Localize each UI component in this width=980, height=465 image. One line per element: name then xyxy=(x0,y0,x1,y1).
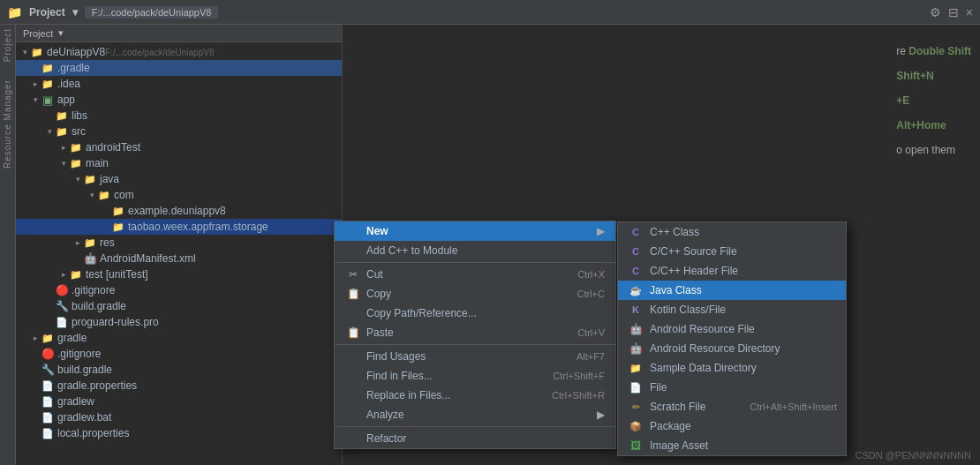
sub-label-sampledatadir: Sample Data Directory xyxy=(650,362,837,374)
tree-item-gradle-root[interactable]: ▸ 📁 gradle xyxy=(16,330,342,346)
label-example: example.deuniappv8 xyxy=(128,205,226,217)
shortcut-key-ctrle: +E xyxy=(896,94,909,107)
resource-side-label: Resource Manager xyxy=(3,79,12,169)
label-buildgradle-root: build.gradle xyxy=(57,364,112,376)
tree-item-res[interactable]: ▸ 📁 res xyxy=(16,235,342,251)
sub-item-scratchfile[interactable]: ✏ Scratch File Ctrl+Alt+Shift+Insert xyxy=(618,397,846,416)
icon-gradlewbat: 📄 xyxy=(41,410,55,424)
tree-container[interactable]: ▾ 📁 deUniappV8 F:/...code/pack/deUniappV… xyxy=(16,42,342,465)
label-gitignore-app: .gitignore xyxy=(72,284,115,296)
tree-item-manifest[interactable]: 🤖 AndroidManifest.xml xyxy=(16,251,342,266)
arrow-java: ▾ xyxy=(72,175,83,184)
tree-item-androidtest[interactable]: ▸ 📁 androidTest xyxy=(16,139,342,155)
minimize-icon[interactable]: ⊟ xyxy=(948,5,959,19)
tree-item-gradlewbat[interactable]: 📄 gradlew.bat xyxy=(16,409,342,425)
icon-app: ▣ xyxy=(41,93,55,107)
tree-item-app[interactable]: ▾ ▣ app xyxy=(16,92,342,108)
project-path: F:/...code/pack/deUniappV8 xyxy=(85,6,219,19)
label-gradlewbat: gradlew.bat xyxy=(57,411,111,424)
icon-proguard: 📄 xyxy=(55,315,69,329)
close-icon[interactable]: × xyxy=(966,5,973,19)
project-side-label: Project xyxy=(3,28,12,62)
ctx-label-findusages: Find Usages xyxy=(366,350,559,363)
title-bar: 📁 Project ▾ F:/...code/pack/deUniappV8 ⚙… xyxy=(0,0,980,25)
tree-item-root[interactable]: ▾ 📁 deUniappV8 F:/...code/pack/deUniappV… xyxy=(16,44,342,60)
ctx-item-analyze[interactable]: Analyze ▶ xyxy=(335,405,615,424)
label-test: test [unitTest] xyxy=(86,268,148,281)
ctx-item-new[interactable]: New ▶ xyxy=(335,221,615,241)
icon-scratchfile: ✏ xyxy=(627,401,645,413)
tree-item-gitignore-app[interactable]: 🔴 .gitignore xyxy=(16,282,342,298)
tree-item-example[interactable]: 📁 example.deuniappv8 xyxy=(16,203,342,219)
arrow-app: ▾ xyxy=(30,95,41,104)
icon-manifest: 🤖 xyxy=(83,251,97,266)
ctx-item-findinfiles[interactable]: Find in Files... Ctrl+Shift+F xyxy=(335,366,615,386)
tree-item-localprop[interactable]: 📄 local.properties xyxy=(16,425,342,441)
project-panel: Project ▾ ▾ 📁 deUniappV8 F:/...code/pack… xyxy=(16,25,343,465)
ctx-item-paste[interactable]: 📋 Paste Ctrl+V xyxy=(335,323,615,342)
tree-item-com[interactable]: ▾ 📁 com xyxy=(16,187,342,203)
tree-item-idea[interactable]: ▸ 📁 .idea xyxy=(16,76,342,92)
tree-item-buildgradle-app[interactable]: 🔧 build.gradle xyxy=(16,298,342,314)
tree-item-gitignore-root[interactable]: 🔴 .gitignore xyxy=(16,346,342,362)
tree-item-java[interactable]: ▾ 📁 java xyxy=(16,171,342,187)
icon-package: 📦 xyxy=(627,421,645,432)
sub-label-kotlinclass: Kotlin Class/File xyxy=(650,304,837,316)
arrow-com: ▾ xyxy=(87,191,97,199)
label-app: app xyxy=(57,94,75,106)
tree-item-test[interactable]: ▸ 📁 test [unitTest] xyxy=(16,266,342,282)
icon-javaclass: ☕ xyxy=(627,285,645,296)
ctx-shortcut-findinfiles: Ctrl+Shift+F xyxy=(553,371,605,381)
label-gradle: .gradle xyxy=(57,62,90,74)
tree-item-proguard[interactable]: 📄 proguard-rules.pro xyxy=(16,314,342,330)
new-arrow: ▶ xyxy=(597,225,605,237)
icon-gradle: 📁 xyxy=(41,61,55,75)
ctx-divider-1 xyxy=(335,262,615,263)
tree-item-libs[interactable]: 📁 libs xyxy=(16,108,342,124)
ctx-item-copypath[interactable]: Copy Path/Reference... xyxy=(335,304,615,323)
arrow-gradle-root: ▸ xyxy=(30,334,41,342)
sub-item-javaclass[interactable]: ☕ Java Class xyxy=(618,281,846,300)
ctx-item-replaceinfiles[interactable]: Replace in Files... Ctrl+Shift+R xyxy=(335,386,615,405)
tree-item-gradle[interactable]: 📁 .gradle xyxy=(16,60,342,76)
icon-main: 📁 xyxy=(69,156,83,170)
settings-icon[interactable]: ⚙ xyxy=(930,5,941,19)
icon-kotlinclass: K xyxy=(627,304,645,315)
ctx-label-replaceinfiles: Replace in Files... xyxy=(366,389,534,401)
tree-item-gradleprop[interactable]: 📄 gradle.properties xyxy=(16,378,342,394)
icon-gradleprop: 📄 xyxy=(41,379,55,393)
tree-item-taobao[interactable]: 📁 taobao.weex.appfram.storage xyxy=(16,219,342,235)
tree-item-gradlew[interactable]: 📄 gradlew xyxy=(16,394,342,409)
icon-gradle-root: 📁 xyxy=(41,331,55,345)
sub-item-file[interactable]: 📄 File xyxy=(618,378,846,397)
sub-item-kotlinclass[interactable]: K Kotlin Class/File xyxy=(618,300,846,319)
sub-item-sampledatadir[interactable]: 📁 Sample Data Directory xyxy=(618,358,846,378)
sub-item-cppheader[interactable]: C C/C++ Header File xyxy=(618,261,846,281)
ctx-item-addcpp[interactable]: Add C++ to Module xyxy=(335,241,615,260)
dropdown-arrow[interactable]: ▾ xyxy=(72,6,78,19)
sub-item-androidresfile[interactable]: 🤖 Android Resource File xyxy=(618,319,846,339)
sub-label-file: File xyxy=(650,381,837,394)
tree-item-buildgradle-root[interactable]: 🔧 build.gradle xyxy=(16,362,342,378)
icon-imageasset: 🖼 xyxy=(627,439,645,452)
project-title: Project xyxy=(29,6,65,19)
ctx-item-refactor[interactable]: Refactor xyxy=(335,429,615,448)
icon-cppsource: C xyxy=(627,246,645,257)
sub-item-package[interactable]: 📦 Package xyxy=(618,416,846,436)
tree-item-main[interactable]: ▾ 📁 main xyxy=(16,155,342,171)
icon-gradlew: 📄 xyxy=(41,394,55,409)
sub-label-androidresfile: Android Resource File xyxy=(650,323,837,335)
ctx-item-copy[interactable]: 📋 Copy Ctrl+C xyxy=(335,284,615,304)
sub-item-cppclass[interactable]: C C++ Class xyxy=(618,222,846,242)
sub-item-cppsource[interactable]: C C/C++ Source File xyxy=(618,242,846,261)
sub-item-imageasset[interactable]: 🖼 Image Asset xyxy=(618,436,846,455)
shortcut-key-althome: Alt+Home xyxy=(896,119,946,131)
panel-dropdown[interactable]: ▾ xyxy=(58,27,64,39)
sub-label-scratchfile: Scratch File xyxy=(650,401,750,413)
sub-item-androidresdir[interactable]: 🤖 Android Resource Directory xyxy=(618,339,846,358)
icon-res: 📁 xyxy=(83,236,97,250)
icon-gitignore-root: 🔴 xyxy=(41,347,55,361)
tree-item-src[interactable]: ▾ 📁 src xyxy=(16,124,342,139)
ctx-item-cut[interactable]: ✂ Cut Ctrl+X xyxy=(335,265,615,284)
ctx-item-findusages[interactable]: Find Usages Alt+F7 xyxy=(335,347,615,366)
